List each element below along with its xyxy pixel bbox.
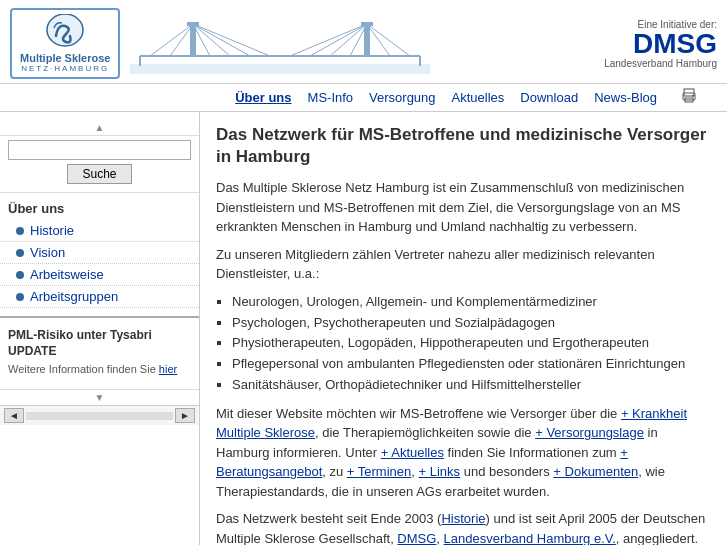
nav-ueber-uns[interactable]: Über uns bbox=[235, 90, 291, 105]
navbar: Über uns MS-Info Versorgung Aktuelles Do… bbox=[0, 84, 727, 112]
list-item: Pflegepersonal von ambulanten Pflegedien… bbox=[232, 354, 711, 375]
sidebar-item-label: Historie bbox=[30, 223, 74, 238]
bullet-dot bbox=[16, 227, 24, 235]
content-list: Neurologen, Urologen, Allgemein- und Kom… bbox=[232, 292, 711, 396]
svg-line-14 bbox=[367, 24, 390, 56]
svg-line-7 bbox=[150, 24, 193, 56]
logo-sub: NETZ·HAMBURG bbox=[21, 64, 109, 73]
sidebar-promo: PML-Risiko unter Tysabri UPDATE Weitere … bbox=[0, 316, 199, 385]
nav-aktuelles[interactable]: Aktuelles bbox=[452, 90, 505, 105]
lv-label: Landesverband Hamburg bbox=[604, 58, 717, 69]
sidebar-item-arbeitsweise[interactable]: Arbeitsweise bbox=[0, 264, 199, 286]
promo-title: PML-Risiko unter Tysabri UPDATE bbox=[8, 328, 191, 359]
svg-line-12 bbox=[193, 24, 270, 56]
sidebar: ▲ Suche Über uns Historie Vision Arbeits… bbox=[0, 112, 200, 545]
print-icon[interactable] bbox=[681, 88, 697, 107]
nav-versorgung[interactable]: Versorgung bbox=[369, 90, 436, 105]
logo-area: Multiple Sklerose NETZ·HAMBURG bbox=[10, 8, 430, 79]
link-links[interactable]: + Links bbox=[419, 464, 461, 479]
sidebar-item-label: Vision bbox=[30, 245, 65, 260]
scroll-right-btn[interactable]: ► bbox=[175, 408, 195, 423]
sidebar-section-title: Über uns bbox=[0, 193, 199, 220]
dmsg-label: DMSG bbox=[604, 30, 717, 58]
link-dmsg[interactable]: DMSG bbox=[397, 531, 436, 545]
logo-title: Multiple Sklerose bbox=[20, 52, 110, 64]
list-item: Physiotherapeuten, Logopäden, Hippothera… bbox=[232, 333, 711, 354]
promo-link[interactable]: hier bbox=[159, 363, 177, 375]
nav-news-blog[interactable]: News-Blog bbox=[594, 90, 657, 105]
sidebar-item-label: Arbeitsweise bbox=[30, 267, 104, 282]
sidebar-item-arbeitsgruppen[interactable]: Arbeitsgruppen bbox=[0, 286, 199, 308]
content-para1: Das Multiple Sklerose Netz Hamburg ist e… bbox=[216, 178, 711, 237]
bullet-dot bbox=[16, 249, 24, 257]
link-terminen[interactable]: + Terminen bbox=[347, 464, 411, 479]
content-para4: Das Netzwerk besteht seit Ende 2003 (His… bbox=[216, 509, 711, 545]
header: Multiple Sklerose NETZ·HAMBURG bbox=[0, 0, 727, 84]
list-item: Psychologen, Psychotherapeuten und Sozia… bbox=[232, 313, 711, 334]
sidebar-item-historie[interactable]: Historie bbox=[0, 220, 199, 242]
scroll-up-area: ▲ bbox=[0, 120, 199, 136]
link-aktuelles[interactable]: + Aktuelles bbox=[381, 445, 444, 460]
logo-box: Multiple Sklerose NETZ·HAMBURG bbox=[10, 8, 120, 79]
bridge-illustration bbox=[130, 14, 430, 74]
content-para2: Zu unseren Mitgliedern zählen Vertreter … bbox=[216, 245, 711, 284]
list-item: Neurologen, Urologen, Allgemein- und Kom… bbox=[232, 292, 711, 313]
content-para3: Mit dieser Website möchten wir MS-Betrof… bbox=[216, 404, 711, 502]
sidebar-item-vision[interactable]: Vision bbox=[0, 242, 199, 264]
link-historie[interactable]: Historie bbox=[441, 511, 485, 526]
svg-line-10 bbox=[193, 24, 230, 56]
svg-rect-24 bbox=[692, 95, 694, 97]
scroll-left-btn[interactable]: ◄ bbox=[4, 408, 24, 423]
link-lv-hamburg[interactable]: Landesverband Hamburg e.V. bbox=[444, 531, 616, 545]
logo-svg bbox=[42, 14, 88, 52]
search-button[interactable]: Suche bbox=[67, 164, 131, 184]
svg-line-13 bbox=[367, 24, 410, 56]
nav-ms-info[interactable]: MS-Info bbox=[308, 90, 354, 105]
content-title: Das Netzwerk für MS-Betroffene und mediz… bbox=[216, 124, 711, 168]
search-input[interactable] bbox=[8, 140, 191, 160]
svg-line-8 bbox=[170, 24, 193, 56]
sidebar-search-area: Suche bbox=[0, 136, 199, 193]
content-area: Das Netzwerk für MS-Betroffene und mediz… bbox=[200, 112, 727, 545]
svg-line-18 bbox=[290, 24, 367, 56]
main-layout: ▲ Suche Über uns Historie Vision Arbeits… bbox=[0, 112, 727, 545]
bullet-dot bbox=[16, 271, 24, 279]
scroll-down-area: ▼ bbox=[0, 389, 199, 405]
list-item: Sanitätshäuser, Orthopädietechniker und … bbox=[232, 375, 711, 396]
initiative-box: Eine Initiative der: DMSG Landesverband … bbox=[604, 19, 717, 69]
promo-body: Weitere Information finden Sie hier bbox=[8, 363, 191, 375]
sidebar-item-label: Arbeitsgruppen bbox=[30, 289, 118, 304]
nav-download[interactable]: Download bbox=[520, 90, 578, 105]
horiz-scroll: ◄ ► bbox=[0, 405, 199, 425]
svg-line-16 bbox=[330, 24, 367, 56]
link-versorgungslage[interactable]: + Versorgungslage bbox=[535, 425, 644, 440]
link-dokumenten[interactable]: + Dokumenten bbox=[553, 464, 638, 479]
svg-rect-1 bbox=[130, 64, 430, 74]
bullet-dot bbox=[16, 293, 24, 301]
